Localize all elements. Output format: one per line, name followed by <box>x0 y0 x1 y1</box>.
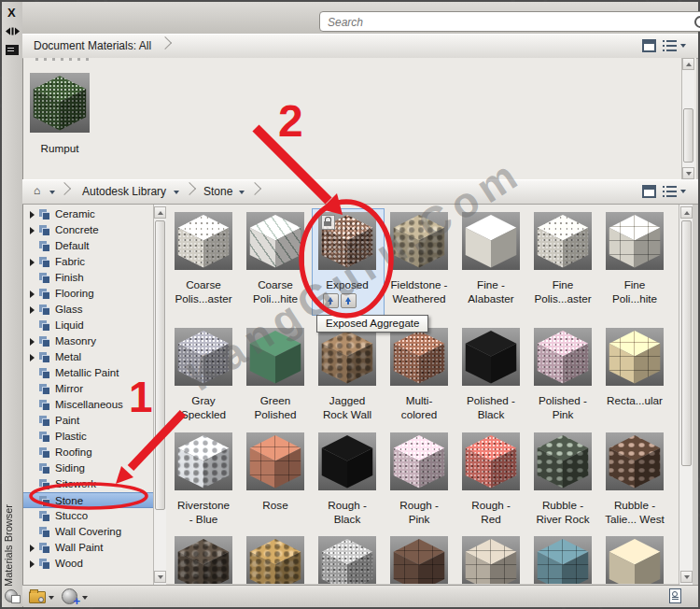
expander-icon[interactable] <box>30 290 35 298</box>
library-panel-toggle-icon[interactable] <box>642 185 656 198</box>
search-input[interactable] <box>326 13 693 32</box>
view-options-caret-icon[interactable] <box>680 190 686 193</box>
category-caret-icon[interactable] <box>239 191 245 194</box>
grid-scrollbar[interactable] <box>679 205 693 585</box>
sidebar-item-stucco[interactable]: Stucco <box>23 508 153 524</box>
sidebar-item-mirror[interactable]: Mirror <box>23 381 153 397</box>
expander-icon[interactable] <box>30 354 35 361</box>
material-item-polished-black[interactable] <box>462 328 520 386</box>
create-material-caret-icon[interactable] <box>82 596 88 600</box>
sidebar-item-miscellaneous[interactable]: Miscellaneous <box>23 397 153 413</box>
add-to-document-icon[interactable] <box>323 293 339 308</box>
view-options-caret-icon[interactable] <box>680 44 686 48</box>
material-thumbnail-partial[interactable] <box>246 536 304 584</box>
breadcrumb-library[interactable]: Autodesk Library <box>82 185 166 198</box>
sidebar-item-wall-paint[interactable]: Wall Paint <box>23 540 153 556</box>
scroll-up-icon[interactable] <box>682 58 694 70</box>
sidebar-item-metallic-paint[interactable]: Metallic Paint <box>23 365 153 381</box>
sidebar-item-flooring[interactable]: Flooring <box>23 286 153 302</box>
material-item-rough-black[interactable] <box>318 432 376 490</box>
document-scrollbar[interactable] <box>681 58 694 179</box>
display-options-icon[interactable] <box>669 588 681 603</box>
sidebar-item-siding[interactable]: Siding <box>23 460 153 476</box>
material-item-rubble-river-rock[interactable] <box>534 432 592 490</box>
scrollbar-thumb[interactable] <box>155 220 165 510</box>
expander-icon[interactable] <box>30 545 35 552</box>
material-item-gray-speckled[interactable] <box>175 328 232 386</box>
manage-library-icon[interactable] <box>29 591 46 603</box>
manage-library-caret-icon[interactable] <box>49 596 54 600</box>
sidebar-item-fabric[interactable]: Fabric <box>23 254 153 270</box>
home-caret-icon[interactable] <box>49 191 55 194</box>
sidebar-item-wood[interactable]: Wood <box>23 556 153 572</box>
sidebar-item-liquid[interactable]: Liquid <box>23 318 153 333</box>
sidebar-scrollbar[interactable] <box>153 205 166 585</box>
breadcrumb-category[interactable]: Stone <box>203 185 232 198</box>
material-label: Fine -Alabaster <box>455 277 527 305</box>
create-material-icon[interactable] <box>62 588 77 604</box>
sidebar-item-ceramic[interactable]: Ceramic <box>23 206 153 222</box>
add-and-apply-icon[interactable] <box>341 293 357 308</box>
view-options-icon[interactable] <box>663 186 677 198</box>
sidebar-item-roofing[interactable]: Roofing <box>23 445 153 460</box>
material-thumbnail-partial[interactable] <box>390 536 448 584</box>
sidebar-item-paint[interactable]: Paint <box>23 413 153 429</box>
material-item-rough-pink[interactable] <box>390 432 448 490</box>
expander-icon[interactable] <box>30 259 35 266</box>
auto-hide-icon[interactable] <box>6 26 20 36</box>
sidebar-item-concrete[interactable]: Concrete <box>23 222 153 238</box>
sidebar-item-metal[interactable]: Metal <box>23 349 153 365</box>
sidebar-item-glass[interactable]: Glass <box>23 302 153 318</box>
material-item-coarse-poli-hite[interactable] <box>246 212 304 270</box>
view-options-icon[interactable] <box>663 40 677 52</box>
properties-icon[interactable] <box>6 45 19 55</box>
material-item-recta-ular[interactable] <box>606 328 664 386</box>
material-thumbnail-partial[interactable] <box>606 536 664 584</box>
material-thumbnail-partial[interactable] <box>534 536 592 584</box>
sidebar-item-finish[interactable]: Finish <box>23 270 153 286</box>
material-label: GreenPolished <box>239 393 312 421</box>
sidebar-item-default[interactable]: Default <box>23 238 153 254</box>
expander-icon[interactable] <box>30 338 35 346</box>
material-item-coarse-polis-aster[interactable] <box>175 212 232 270</box>
sidebar-item-plastic[interactable]: Plastic <box>23 429 153 445</box>
document-material-rumput[interactable] <box>30 73 90 133</box>
expander-icon[interactable] <box>30 227 35 234</box>
scrollbar-thumb[interactable] <box>681 220 692 466</box>
scroll-up-icon[interactable] <box>154 206 166 219</box>
material-item-jagged-rock-wall[interactable] <box>318 328 376 386</box>
sidebar-item-masonry[interactable]: Masonry <box>23 333 153 349</box>
scroll-down-icon[interactable] <box>680 571 693 583</box>
material-item-exposed[interactable] <box>318 212 376 270</box>
material-item-fine-poli-hite[interactable] <box>606 212 664 270</box>
material-thumbnail-partial[interactable] <box>462 536 520 584</box>
material-item-green-polished[interactable] <box>246 328 304 386</box>
scroll-down-icon[interactable] <box>154 571 166 583</box>
search-icon[interactable] <box>694 16 700 28</box>
expander-icon[interactable] <box>30 211 35 219</box>
material-thumbnail-partial[interactable] <box>318 536 376 584</box>
scroll-up-icon[interactable] <box>680 206 693 219</box>
sidebar-item-sitework[interactable]: Sitework <box>23 476 153 492</box>
expander-icon[interactable] <box>30 306 35 314</box>
material-item-rough-red[interactable] <box>462 432 520 490</box>
material-item-fine-alabaster[interactable] <box>462 212 520 270</box>
library-panel-toggle-icon[interactable] <box>642 39 656 52</box>
expander-icon[interactable] <box>30 560 35 568</box>
home-icon[interactable]: ⌂ <box>34 185 40 197</box>
material-item-multi-colored[interactable] <box>390 328 448 386</box>
scrollbar-thumb[interactable] <box>683 108 693 163</box>
close-icon[interactable]: X <box>7 6 16 20</box>
document-materials-breadcrumb[interactable]: Document Materials: All <box>34 39 151 52</box>
material-item-fine-polis-aster[interactable] <box>534 212 592 270</box>
material-item-rose[interactable] <box>246 432 304 490</box>
library-caret-icon[interactable] <box>174 191 179 194</box>
scroll-down-icon[interactable] <box>682 167 694 179</box>
material-item-riverstone-blue[interactable] <box>175 432 232 490</box>
sidebar-item-stone[interactable]: Stone <box>23 492 153 508</box>
material-item-fieldstone-weathered[interactable] <box>390 212 448 270</box>
material-thumbnail-partial[interactable] <box>175 536 232 584</box>
material-item-rubble-talie-west[interactable] <box>606 432 664 490</box>
material-item-polished-pink[interactable] <box>534 328 592 386</box>
sidebar-item-wall-covering[interactable]: Wall Covering <box>23 524 153 540</box>
